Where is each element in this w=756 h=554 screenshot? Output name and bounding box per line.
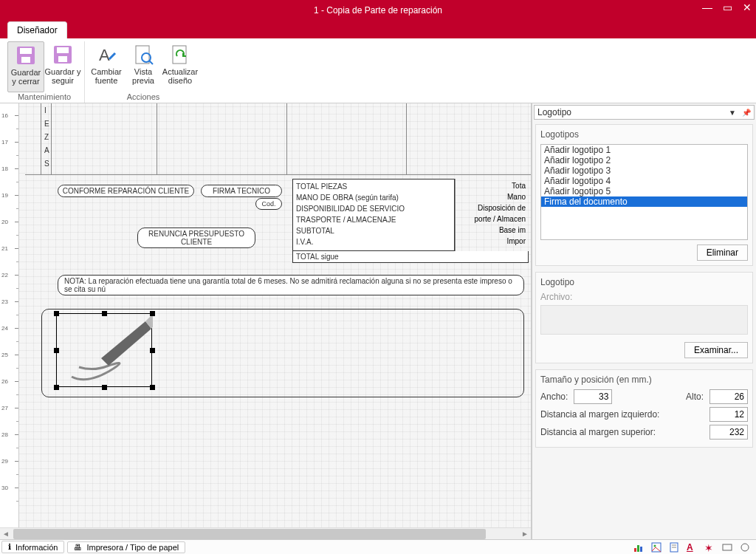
logo-file-title: Logotipo (540, 277, 748, 287)
rect-tool-icon[interactable] (722, 542, 732, 553)
ribbon-group-actions: A Cambiar fuente Vista previa Actualizar… (85, 41, 202, 103)
ribbon-group-label: Acciones (127, 92, 160, 103)
logo-list-item[interactable]: Añadir logotipo 4 (541, 176, 747, 186)
logo-list-item[interactable]: Firma del documento (541, 196, 747, 207)
svg-rect-12 (634, 548, 636, 552)
logo-list-item[interactable]: Añadir logotipo 3 (541, 165, 747, 176)
right-col-line: Base im (459, 225, 526, 236)
save-continue-icon (51, 43, 75, 66)
svg-rect-2 (21, 57, 30, 63)
scrollbar-thumb[interactable] (13, 529, 486, 539)
printer-tab-button[interactable]: 🖶 Impresora / Tipo de papel (67, 541, 185, 553)
delete-logo-button[interactable]: Eliminar (697, 244, 748, 261)
panel-header[interactable]: Logotipo ▼ 📌 (534, 105, 755, 120)
svg-rect-14 (640, 547, 642, 552)
properties-panel: Logotipo ▼ 📌 Logotipos Añadir logotipo 1… (532, 103, 756, 539)
scroll-right-arrow[interactable]: ► (519, 530, 531, 538)
ancho-input[interactable] (574, 389, 612, 404)
svg-rect-1 (20, 48, 32, 54)
window-controls: — ▭ ✕ (702, 1, 752, 13)
total-line: DISPONIBILIDAD DE SERVICIO (296, 203, 451, 214)
total-line: SUBTOTAL (296, 225, 451, 236)
file-label: Archivo: (540, 292, 572, 302)
piezas-letter: E (44, 120, 49, 128)
logo-file-section: Logotipo Archivo: Examinar... (535, 272, 753, 363)
renuncia-box[interactable]: RENUNCIA PRESUPUESTOCLIENTE (137, 228, 255, 248)
ribbon-group-maintenance: Guardar y cerrar Guardar y seguir Manten… (4, 41, 85, 103)
piezas-letter: Z (44, 133, 49, 141)
logo-list-item[interactable]: Añadir logotipo 1 (541, 145, 747, 155)
logos-section-title: Logotipos (540, 129, 748, 140)
document-tool-icon[interactable] (669, 542, 679, 553)
total-line: TRASPORTE / ALMACENAJE (296, 214, 451, 225)
browse-button[interactable]: Examinar... (684, 342, 748, 358)
title-bar: 1 - Copia de Parte de reparación — ▭ ✕ (0, 0, 756, 21)
svg-point-16 (654, 544, 656, 547)
svg-rect-5 (58, 56, 67, 62)
firma-tecnico-box[interactable]: FIRMA TECNICO (201, 185, 282, 197)
tab-designer[interactable]: Diseñador (7, 21, 67, 38)
conforme-box[interactable]: CONFORME REPARACIÓN CLIENTE (58, 185, 194, 197)
panel-pin-icon[interactable]: 📌 (742, 109, 751, 117)
right-col-line: porte / Almacen (459, 213, 526, 225)
alto-input[interactable] (709, 389, 748, 404)
change-font-button[interactable]: A Cambiar fuente (88, 41, 125, 92)
piezas-letter: S (44, 160, 49, 168)
dist-sup-input[interactable] (709, 425, 748, 440)
panel-header-label: Logotipo (537, 107, 729, 117)
alto-label: Alto: (686, 391, 704, 402)
dist-izq-label: Distancia al margen izquierdo: (540, 409, 704, 420)
piezas-letter: A (44, 146, 49, 154)
right-totals-col: TotaManoDisposición deporte / AlmacenBas… (459, 180, 526, 247)
save-close-button[interactable]: Guardar y cerrar (7, 41, 44, 92)
total-line: TOTAL PIEZAS (296, 181, 451, 192)
status-tool-icons: A ✶ (633, 542, 756, 553)
save-close-icon (14, 44, 38, 67)
ribbon: Guardar y cerrar Guardar y seguir Manten… (0, 38, 756, 103)
cut-tool-icon[interactable]: ✶ (704, 542, 715, 553)
preview-icon (131, 43, 155, 66)
save-continue-button[interactable]: Guardar y seguir (44, 41, 81, 92)
svg-marker-10 (101, 321, 151, 366)
dist-sup-label: Distancia al margen superior: (540, 427, 704, 437)
horizontal-scrollbar[interactable]: ◄ ► (0, 527, 531, 539)
minimize-button[interactable]: — (702, 1, 712, 13)
signature-image[interactable] (56, 313, 152, 387)
status-bar: ℹ Información 🖶 Impresora / Tipo de pape… (0, 539, 756, 554)
info-tab-button[interactable]: ℹ Información (1, 541, 64, 553)
right-col-line: Mano (459, 191, 526, 202)
info-icon: ℹ (8, 542, 11, 552)
dist-izq-input[interactable] (709, 407, 748, 422)
svg-rect-13 (637, 545, 639, 552)
logo-list-item[interactable]: Añadir logotipo 5 (541, 186, 747, 196)
circle-tool-icon[interactable] (740, 542, 750, 553)
right-col-line: Tota (459, 180, 526, 191)
svg-point-21 (741, 544, 749, 551)
chart-tool-icon[interactable] (633, 542, 644, 553)
refresh-design-button[interactable]: Actualizar diseño (162, 41, 199, 92)
cod-box[interactable]: Cod. (255, 198, 282, 210)
design-canvas[interactable]: IEZAS CONFORME REPARACIÓN CLIENTE FIRMA … (19, 103, 531, 527)
svg-rect-20 (723, 544, 732, 550)
design-canvas-wrap: 161718192021222324252627282930 ▲ ▼ IEZAS… (0, 103, 532, 539)
total-line: I.V.A. (296, 236, 451, 247)
image-tool-icon[interactable] (651, 542, 662, 553)
vertical-ruler: 161718192021222324252627282930 (0, 103, 19, 527)
logo-list-item[interactable]: Añadir logotipo 2 (541, 155, 747, 165)
scroll-left-arrow[interactable]: ◄ (0, 530, 12, 538)
text-tool-icon[interactable]: A (687, 542, 697, 553)
preview-button[interactable]: Vista previa (125, 41, 162, 92)
ribbon-group-label: Mantenimiento (18, 92, 71, 103)
panel-dropdown-icon[interactable]: ▼ (729, 109, 736, 117)
nota-box[interactable]: NOTA: La reparación efectuada tiene una … (58, 275, 524, 295)
total-sigue-box[interactable]: TOTAL sigue (292, 251, 529, 263)
size-title: Tamaño y posición (en mm.) (540, 375, 748, 385)
total-line: MANO DE OBRA (según tarifa) (296, 192, 451, 203)
svg-rect-4 (57, 47, 69, 53)
totals-box[interactable]: TOTAL PIEZASMANO DE OBRA (según tarifa)D… (292, 179, 455, 251)
tab-strip: Diseñador (0, 21, 756, 38)
logo-list[interactable]: Añadir logotipo 1Añadir logotipo 2Añadir… (540, 144, 748, 240)
main-area: 161718192021222324252627282930 ▲ ▼ IEZAS… (0, 103, 756, 539)
close-button[interactable]: ✕ (743, 1, 752, 13)
maximize-button[interactable]: ▭ (723, 1, 732, 13)
